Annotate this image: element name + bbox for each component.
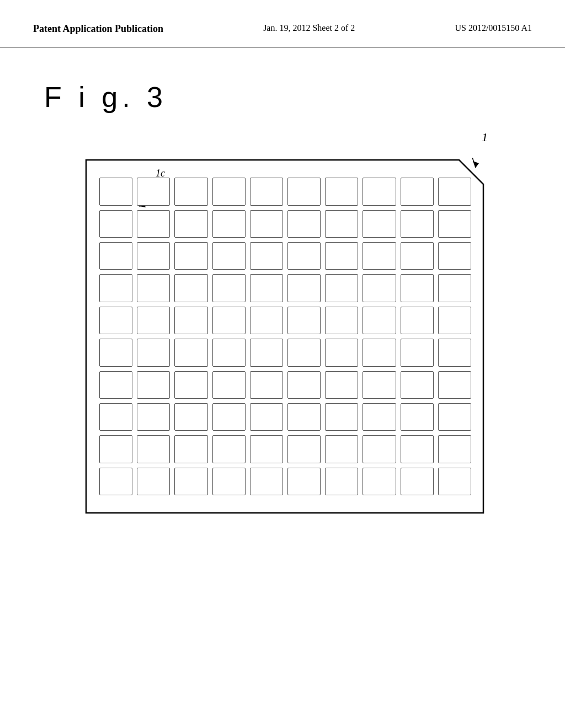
grid-cell <box>363 371 396 399</box>
grid-cell <box>250 178 283 205</box>
grid-cell <box>325 242 358 270</box>
grid-cell <box>174 178 207 205</box>
grid-cell <box>137 242 170 270</box>
patent-number-label: US 2012/0015150 A1 <box>455 22 532 34</box>
grid-cell <box>212 242 246 270</box>
grid-cell <box>438 339 471 366</box>
grid-cell <box>137 435 170 463</box>
grid-cell <box>438 307 471 334</box>
ref-1c-label: 1c <box>156 168 165 179</box>
grid-cell <box>363 403 396 431</box>
grid-cell <box>287 307 321 334</box>
grid-cell <box>212 274 246 302</box>
grid-cell <box>174 339 207 366</box>
grid-cell <box>212 371 246 399</box>
grid-cell <box>137 339 170 366</box>
grid-cell <box>438 210 471 238</box>
grid-cell <box>325 178 358 205</box>
grid-cell <box>287 339 321 366</box>
grid-cell <box>212 403 246 431</box>
grid-cell <box>438 371 471 399</box>
grid-cell <box>99 242 132 270</box>
grid-cell <box>287 435 321 463</box>
grid-cell <box>363 435 396 463</box>
grid-cell <box>174 307 207 334</box>
grid-cell <box>250 468 283 495</box>
grid-cell <box>99 468 132 495</box>
grid-cell <box>325 435 358 463</box>
diagram-wrapper: 1 1c <box>73 130 492 516</box>
grid-cell <box>174 242 207 270</box>
grid-cell <box>363 210 396 238</box>
grid-cell <box>363 274 396 302</box>
ref-1-label: 1 <box>482 130 488 144</box>
grid-cell <box>438 242 471 270</box>
grid-cell <box>250 403 283 431</box>
grid-cell <box>99 403 132 431</box>
grid-cell <box>438 435 471 463</box>
grid-cell <box>137 468 170 495</box>
grid-cell <box>137 178 170 205</box>
grid-cell <box>401 435 434 463</box>
grid-cell <box>325 468 358 495</box>
grid-area <box>88 162 482 506</box>
grid-cell <box>287 178 321 205</box>
grid-cell <box>137 307 170 334</box>
grid-cell <box>363 178 396 205</box>
date-sheet-label: Jan. 19, 2012 Sheet 2 of 2 <box>263 22 355 34</box>
grid-cell <box>99 178 132 205</box>
grid-cell <box>174 468 207 495</box>
grid-cell <box>401 178 434 205</box>
grid-cell <box>250 339 283 366</box>
grid-cell <box>438 274 471 302</box>
grid-cell <box>174 435 207 463</box>
grid-cell <box>363 339 396 366</box>
grid-cell <box>250 307 283 334</box>
grid-cell <box>401 242 434 270</box>
grid-cell <box>287 403 321 431</box>
grid-cell <box>363 242 396 270</box>
grid-cell <box>325 403 358 431</box>
grid-cell <box>325 307 358 334</box>
grid-cell <box>401 468 434 495</box>
page-header: Patent Application Publication Jan. 19, … <box>0 0 565 47</box>
grid-cell <box>99 210 132 238</box>
grid-cell <box>174 274 207 302</box>
grid-cell <box>438 468 471 495</box>
grid-cell <box>438 403 471 431</box>
grid-cell <box>325 339 358 366</box>
figure-label: F i g. 3 <box>44 81 565 114</box>
grid-cell <box>438 178 471 205</box>
grid-cell <box>137 210 170 238</box>
grid-cell <box>174 210 207 238</box>
grid-cell <box>250 371 283 399</box>
grid-cell <box>287 210 321 238</box>
grid-cell <box>401 274 434 302</box>
grid-cell <box>99 339 132 366</box>
grid-cell <box>99 435 132 463</box>
grid-cell <box>212 178 246 205</box>
diagram-area: 1 1c <box>0 130 565 516</box>
grid-cell <box>401 210 434 238</box>
grid-cell <box>325 210 358 238</box>
cell-grid <box>99 178 471 495</box>
grid-cell <box>401 339 434 366</box>
grid-cell <box>137 371 170 399</box>
grid-cell <box>99 307 132 334</box>
grid-cell <box>287 242 321 270</box>
grid-cell <box>137 403 170 431</box>
grid-cell <box>363 307 396 334</box>
grid-cell <box>401 403 434 431</box>
grid-cell <box>137 274 170 302</box>
grid-cell <box>250 242 283 270</box>
grid-cell <box>287 274 321 302</box>
grid-cell <box>212 339 246 366</box>
grid-cell <box>325 371 358 399</box>
grid-cell <box>250 274 283 302</box>
grid-cell <box>250 210 283 238</box>
grid-cell <box>212 307 246 334</box>
grid-cell <box>212 435 246 463</box>
grid-cell <box>325 274 358 302</box>
grid-cell <box>212 468 246 495</box>
grid-cell <box>401 371 434 399</box>
